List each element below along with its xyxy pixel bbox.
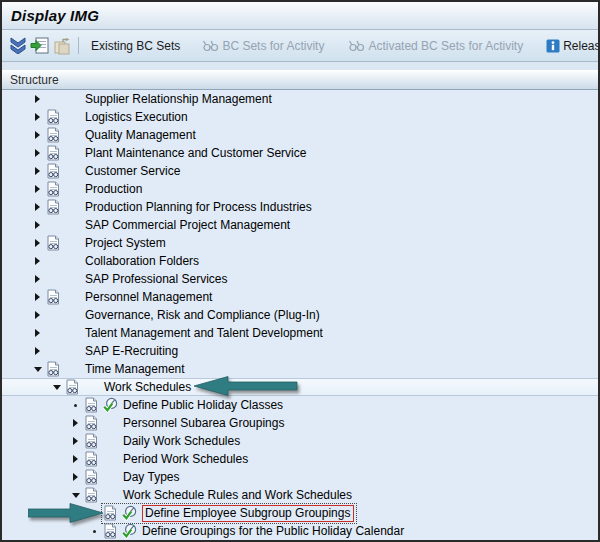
documentation-glasses-icon[interactable] [45, 127, 61, 143]
tree-row[interactable]: Time Management [2, 360, 598, 378]
expand-arrow-icon[interactable] [30, 198, 45, 216]
page-title: Display IMG [11, 7, 99, 24]
tree-row[interactable]: Personnel Subarea Groupings [2, 414, 598, 432]
structure-header-label: Structure [10, 73, 59, 87]
documentation-glasses-icon[interactable] [83, 397, 99, 413]
existing-bc-sets-button[interactable]: Existing BC Sets [86, 37, 185, 55]
expand-arrow-icon[interactable] [30, 342, 45, 360]
expand-arrow-icon[interactable] [30, 126, 45, 144]
tree-row[interactable]: Production Planning for Process Industri… [2, 198, 598, 216]
toolbar-separator [78, 37, 79, 54]
tree-node-label: Quality Management [85, 128, 196, 142]
tree-row[interactable]: Define Employee Subgroup Groupings [2, 504, 598, 522]
img-activity-execute-icon[interactable] [121, 505, 137, 521]
tree-row[interactable]: Plant Maintenance and Customer Service [2, 144, 598, 162]
documentation-glasses-icon[interactable] [45, 145, 61, 161]
expand-arrow-icon[interactable] [30, 288, 45, 306]
documentation-glasses-icon[interactable] [45, 235, 61, 251]
tree-row[interactable]: Personnel Management [2, 288, 598, 306]
tree-node-label: Day Types [123, 470, 179, 484]
tree-row[interactable]: Logistics Execution [2, 108, 598, 126]
tree-node-label: Time Management [85, 362, 185, 376]
documentation-glasses-icon[interactable] [83, 487, 99, 503]
expand-arrow-icon[interactable] [30, 270, 45, 288]
documentation-glasses-icon[interactable] [102, 505, 118, 521]
toolbar: Existing BC Sets BC Sets for Activity [2, 30, 598, 62]
tree-node-label: SAP Professional Services [85, 272, 228, 286]
annotation-arrow-left-icon [194, 375, 298, 400]
documentation-glasses-icon[interactable] [45, 163, 61, 179]
tree-node-label: Work Schedules [104, 380, 191, 394]
copy-icon [52, 35, 71, 57]
collapse-arrow-icon[interactable] [30, 360, 45, 378]
tree-row[interactable]: Work Schedules [2, 378, 598, 396]
focused-node-group: Define Employee Subgroup Groupings [102, 504, 356, 523]
expand-arrow-icon[interactable] [30, 234, 45, 252]
tree-row[interactable]: SAP E-Recruiting [2, 342, 598, 360]
documentation-glasses-icon[interactable] [102, 523, 118, 539]
tree-row[interactable]: Governance, Risk and Compliance (Plug-In… [2, 306, 598, 324]
documentation-glasses-icon[interactable] [64, 379, 80, 395]
tree-node-label: Define Employee Subgroup Groupings [142, 505, 354, 522]
position-in-structure-icon[interactable] [30, 35, 49, 57]
img-structure-tree: Supplier Relationship ManagementLogistic… [2, 90, 598, 540]
glasses-icon [348, 39, 365, 52]
tree-row[interactable]: Customer Service [2, 162, 598, 180]
tree-node-label: Production [85, 182, 142, 196]
expand-collapse-chevrons-icon[interactable] [9, 35, 27, 57]
img-activity-execute-icon[interactable] [121, 523, 137, 539]
documentation-glasses-icon[interactable] [45, 181, 61, 197]
expand-arrow-icon[interactable] [30, 90, 45, 108]
release-notes-button[interactable]: Release [541, 37, 598, 55]
tree-row[interactable]: SAP Commercial Project Management [2, 216, 598, 234]
expand-arrow-icon[interactable] [30, 108, 45, 126]
expand-arrow-icon[interactable] [68, 450, 83, 468]
documentation-glasses-icon[interactable] [45, 109, 61, 125]
tree-node-label: Collaboration Folders [85, 254, 199, 268]
glasses-icon [202, 39, 219, 52]
tree-row[interactable]: Daily Work Schedules [2, 432, 598, 450]
bc-sets-for-activity-button: BC Sets for Activity [197, 37, 329, 55]
expand-arrow-icon[interactable] [68, 432, 83, 450]
tree-row[interactable]: Collaboration Folders [2, 252, 598, 270]
tree-row[interactable]: SAP Professional Services [2, 270, 598, 288]
expand-arrow-icon[interactable] [30, 252, 45, 270]
tree-node-label: Logistics Execution [85, 110, 188, 124]
expand-arrow-icon[interactable] [30, 324, 45, 342]
expand-arrow-icon[interactable] [30, 306, 45, 324]
expand-arrow-icon[interactable] [30, 144, 45, 162]
tree-row[interactable]: Period Work Schedules [2, 450, 598, 468]
toolbar-gap-strip [2, 62, 598, 70]
documentation-glasses-icon[interactable] [45, 199, 61, 215]
collapse-arrow-icon[interactable] [49, 379, 64, 395]
documentation-glasses-icon[interactable] [83, 415, 99, 431]
expand-arrow-icon[interactable] [30, 162, 45, 180]
documentation-glasses-icon[interactable] [83, 469, 99, 485]
tree-node-label: Production Planning for Process Industri… [85, 200, 312, 214]
bc-sets-for-activity-label: BC Sets for Activity [222, 39, 324, 53]
img-activity-execute-icon[interactable] [102, 397, 118, 413]
tree-row[interactable]: Supplier Relationship Management [2, 90, 598, 108]
expand-arrow-icon[interactable] [30, 180, 45, 198]
tree-node-label: SAP E-Recruiting [85, 344, 178, 358]
bullet-icon [68, 396, 83, 414]
expand-arrow-icon[interactable] [68, 468, 83, 486]
tree-row[interactable]: Production [2, 180, 598, 198]
expand-arrow-icon[interactable] [30, 216, 45, 234]
tree-row[interactable]: Day Types [2, 468, 598, 486]
release-notes-label: Release [563, 39, 598, 53]
info-icon [546, 39, 560, 53]
tree-node-label: Governance, Risk and Compliance (Plug-In… [85, 308, 320, 322]
tree-row[interactable]: Talent Management and Talent Development [2, 324, 598, 342]
documentation-glasses-icon[interactable] [83, 433, 99, 449]
annotation-arrow-right-icon [28, 502, 104, 527]
documentation-glasses-icon[interactable] [45, 289, 61, 305]
expand-arrow-icon[interactable] [68, 414, 83, 432]
tree-node-label: Define Groupings for the Public Holiday … [142, 524, 404, 538]
documentation-glasses-icon[interactable] [83, 451, 99, 467]
tree-row[interactable]: Quality Management [2, 126, 598, 144]
tree-row[interactable]: Project System [2, 234, 598, 252]
tree-row[interactable]: Define Public Holiday Classes [2, 396, 598, 414]
tree-node-label: Customer Service [85, 164, 180, 178]
documentation-glasses-icon[interactable] [45, 361, 61, 377]
